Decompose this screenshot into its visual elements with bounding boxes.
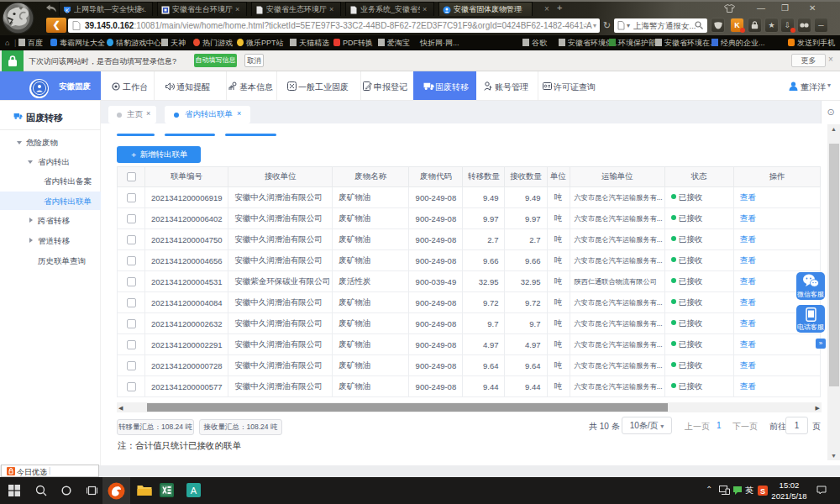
svg-text:S: S <box>760 487 765 496</box>
svg-text:A: A <box>191 486 197 496</box>
svg-text:K: K <box>66 7 70 13</box>
